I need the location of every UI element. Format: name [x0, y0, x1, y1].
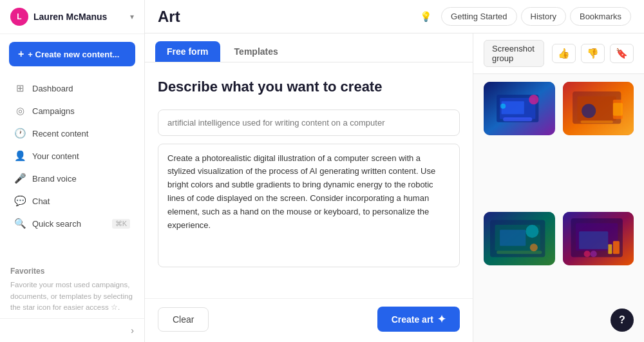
bookmark-button[interactable]: 🔖 — [610, 44, 634, 63]
clear-button[interactable]: Clear — [158, 307, 209, 332]
svg-rect-13 — [580, 120, 612, 123]
create-new-button[interactable]: + + Create new content... — [9, 42, 135, 66]
svg-point-12 — [582, 104, 596, 118]
svg-rect-18 — [500, 230, 526, 246]
topbar: Art 💡 Getting Started History Bookmarks — [145, 0, 644, 33]
sidebar: L Lauren McManus ▾ + + Create new conten… — [0, 0, 145, 342]
chevron-down-icon: ▾ — [130, 12, 134, 21]
svg-rect-25 — [608, 244, 612, 254]
svg-rect-11 — [612, 103, 622, 116]
getting-started-tab[interactable]: Getting Started — [441, 7, 516, 26]
svg-point-6 — [500, 104, 506, 109]
image-card-3[interactable] — [484, 212, 555, 265]
sidebar-item-label: Brand voice — [32, 174, 77, 184]
brand-voice-icon: 🎤 — [14, 173, 26, 184]
svg-rect-5 — [503, 117, 532, 121]
svg-rect-24 — [612, 241, 619, 254]
screenshot-group-label: Screenshot group — [484, 40, 544, 67]
campaigns-icon: ◎ — [14, 105, 26, 117]
history-tab[interactable]: History — [521, 7, 566, 26]
avatar: L — [10, 8, 28, 26]
topbar-right: 💡 Getting Started History Bookmarks — [415, 7, 631, 26]
thumbs-down-button[interactable]: 👎 — [581, 44, 605, 63]
image-grid — [473, 74, 644, 342]
svg-point-20 — [530, 243, 538, 251]
dashboard-icon: ⊞ — [14, 82, 26, 94]
keyword-input[interactable] — [158, 109, 460, 136]
tab-row: Free form Templates — [145, 33, 473, 62]
plus-icon: + — [18, 48, 24, 60]
user-name: Lauren McManus — [33, 12, 130, 22]
sidebar-header: L Lauren McManus ▾ — [0, 0, 144, 34]
sparkle-icon: ✦ — [437, 313, 446, 325]
svg-point-26 — [583, 251, 590, 257]
search-icon: 🔍 — [14, 218, 26, 229]
light-bulb-button[interactable]: 💡 — [415, 7, 437, 26]
chat-icon: 💬 — [14, 195, 26, 207]
tab-free-form[interactable]: Free form — [155, 41, 220, 62]
svg-rect-28 — [579, 231, 608, 249]
collapse-button[interactable]: › — [131, 325, 134, 336]
favorites-title: Favorites — [10, 267, 134, 276]
create-art-button[interactable]: Create art ✦ — [377, 307, 460, 332]
bookmarks-tab[interactable]: Bookmarks — [570, 7, 631, 26]
svg-point-27 — [590, 251, 596, 257]
create-new-label: + Create new content... — [28, 50, 119, 59]
thumbs-up-button[interactable]: 👍 — [552, 44, 576, 63]
create-art-label: Create art — [392, 314, 433, 325]
content-area: Free form Templates Describe what you wa… — [145, 33, 644, 342]
image-card-1[interactable] — [484, 82, 555, 135]
sidebar-item-campaigns[interactable]: ◎ Campaigns — [4, 100, 140, 122]
sidebar-nav: ⊞ Dashboard ◎ Campaigns 🕐 Recent content… — [0, 74, 144, 260]
sidebar-item-label: Your content — [32, 151, 79, 161]
sidebar-footer: › — [0, 318, 144, 342]
sidebar-item-brand-voice[interactable]: 🎤 Brand voice — [4, 167, 140, 189]
form-title: Describe what you want to create — [158, 78, 460, 97]
sidebar-item-label: Campaigns — [32, 106, 75, 116]
sidebar-item-label: Dashboard — [32, 84, 73, 93]
form-area: Describe what you want to create Create … — [145, 62, 473, 298]
favorites-section: Favorites Favorite your most used campai… — [0, 260, 144, 318]
right-panel: Screenshot group 👍 👎 🔖 — [473, 33, 644, 342]
sidebar-item-label: Recent content — [32, 129, 88, 138]
sidebar-item-label: Quick search — [32, 219, 81, 229]
page-title: Art — [158, 8, 180, 26]
right-toolbar: Screenshot group 👍 👎 🔖 — [473, 33, 644, 74]
svg-point-17 — [526, 225, 538, 238]
svg-point-4 — [529, 95, 538, 104]
sidebar-item-chat[interactable]: 💬 Chat — [4, 190, 140, 212]
help-button[interactable]: ? — [611, 309, 634, 332]
sidebar-item-your-content[interactable]: 👤 Your content — [4, 145, 140, 167]
content-textarea[interactable]: Create a photorealistic digital illustra… — [158, 144, 460, 267]
svg-rect-19 — [497, 251, 542, 254]
your-content-icon: 👤 — [14, 150, 26, 162]
action-row: Clear Create art ✦ — [145, 298, 473, 342]
shortcut-badge: ⌘K — [112, 219, 130, 229]
sidebar-item-dashboard[interactable]: ⊞ Dashboard — [4, 77, 140, 99]
sidebar-item-quick-search[interactable]: 🔍 Quick search ⌘K — [4, 213, 140, 234]
tab-templates[interactable]: Templates — [223, 41, 290, 62]
sidebar-item-label: Chat — [32, 196, 50, 206]
main-panel: Art 💡 Getting Started History Bookmarks … — [145, 0, 644, 342]
sidebar-item-recent-content[interactable]: 🕐 Recent content — [4, 122, 140, 144]
left-panel: Free form Templates Describe what you wa… — [145, 33, 473, 342]
image-card-2[interactable] — [563, 82, 634, 135]
favorites-hint: Favorite your most used campaigns, docum… — [10, 280, 134, 313]
recent-icon: 🕐 — [14, 128, 26, 139]
image-card-4[interactable] — [563, 212, 634, 265]
